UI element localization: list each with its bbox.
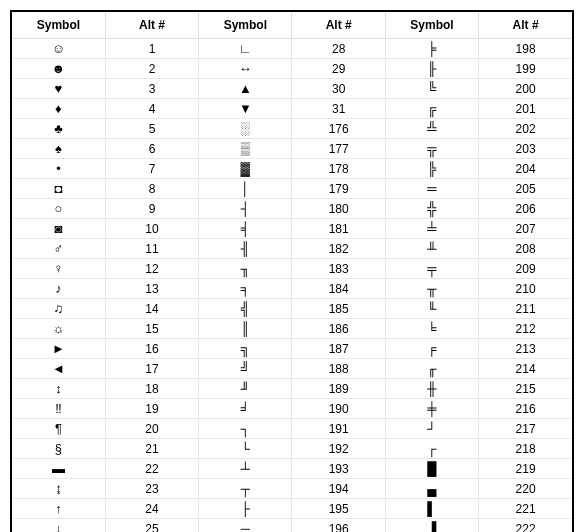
symbol-cell: ┐ [199,419,292,439]
header-symbol-1: Symbol [12,12,105,39]
alt-cell: 191 [292,419,385,439]
alt-cell: 186 [292,319,385,339]
symbol-cell: ╟ [385,59,478,79]
symbol-cell: │ [199,179,292,199]
alt-cell: 216 [479,399,572,419]
symbol-cell: ↓ [12,519,105,533]
symbol-cell: ↨ [12,479,105,499]
alt-cell: 202 [479,119,572,139]
symbol-cell: ╖ [199,259,292,279]
symbol-cell: └ [199,439,292,459]
alt-cell: 176 [292,119,385,139]
alt-cell: 24 [105,499,198,519]
symbol-cell: ♣ [12,119,105,139]
table-row: ‼19╛190╪216 [12,399,572,419]
symbol-cell: ↕ [12,379,105,399]
alt-cell: 31 [292,99,385,119]
table-row: ¶20┐191┘217 [12,419,572,439]
table-row: ♂11╢182╨208 [12,239,572,259]
header-alt-1: Alt # [105,12,198,39]
symbol-cell: ↔ [199,59,292,79]
symbol-cell: ▒ [199,139,292,159]
alt-cell: 20 [105,419,198,439]
alt-cell: 220 [479,479,572,499]
table-row: ♦4▼31╔201 [12,99,572,119]
alt-cell: 18 [105,379,198,399]
symbol-cell: ╩ [385,119,478,139]
alt-cell: 25 [105,519,198,533]
symbol-cell: ○ [12,199,105,219]
symbol-cell: ▓ [199,159,292,179]
symbol-cell: § [12,439,105,459]
alt-cell: 15 [105,319,198,339]
table-row: •7▓178╠204 [12,159,572,179]
table-row: ☻2↔29╟199 [12,59,572,79]
symbol-cell: █ [385,459,478,479]
symbol-cell: ╒ [385,339,478,359]
alt-cell: 209 [479,259,572,279]
table-row: ►16╗187╒213 [12,339,572,359]
symbol-cell: ┴ [199,459,292,479]
header-symbol-2: Symbol [199,12,292,39]
alt-cell: 190 [292,399,385,419]
table-row: ☼15║186╘212 [12,319,572,339]
alt-cell: 178 [292,159,385,179]
alt-cell: 17 [105,359,198,379]
symbol-cell: ╣ [199,299,292,319]
alt-cell: 181 [292,219,385,239]
symbol-cell: ╤ [385,259,478,279]
table-row: ♫14╣185╙211 [12,299,572,319]
symbol-cell: ░ [199,119,292,139]
alt-cell: 214 [479,359,572,379]
symbol-cell: ♦ [12,99,105,119]
symbol-cell: ♪ [12,279,105,299]
symbol-cell: ▌ [385,499,478,519]
symbol-cell: ▬ [12,459,105,479]
alt-cell: 29 [292,59,385,79]
symbol-cell: ╗ [199,339,292,359]
alt-cell: 218 [479,439,572,459]
alt-cell: 182 [292,239,385,259]
symbol-cell: ┌ [385,439,478,459]
symbol-cell: ╪ [385,399,478,419]
alt-cell: 9 [105,199,198,219]
alt-cell: 211 [479,299,572,319]
symbol-cell: ☼ [12,319,105,339]
alt-cell: 8 [105,179,198,199]
table-body: ☺1∟28╞198☻2↔29╟199♥3▲30╚200♦4▼31╔201♣5░1… [12,39,572,533]
symbol-cell: ╝ [199,359,292,379]
alt-cell: 12 [105,259,198,279]
symbol-cell: ═ [385,179,478,199]
symbol-cell: ► [12,339,105,359]
alt-cell: 3 [105,79,198,99]
symbol-cell: ∟ [199,39,292,59]
symbol-cell: ├ [199,499,292,519]
symbol-cell: ╠ [385,159,478,179]
symbol-cell: ◙ [12,219,105,239]
symbol-cell: ╕ [199,279,292,299]
alt-cell: 213 [479,339,572,359]
alt-cell: 1 [105,39,198,59]
alt-cell: 19 [105,399,198,419]
symbol-cell: ♂ [12,239,105,259]
symbol-cell: ↑ [12,499,105,519]
alt-cell: 204 [479,159,572,179]
table-row: ◘8│179═205 [12,179,572,199]
alt-cell: 206 [479,199,572,219]
alt-cell: 217 [479,419,572,439]
alt-cell: 183 [292,259,385,279]
table-row: ↕18╜189╫215 [12,379,572,399]
table-row: ◄17╝188╓214 [12,359,572,379]
table-row: ☺1∟28╞198 [12,39,572,59]
header-symbol-3: Symbol [385,12,478,39]
symbol-cell: ▐ [385,519,478,533]
symbol-cell: ╞ [385,39,478,59]
alt-cell: 219 [479,459,572,479]
table-row: ♀12╖183╤209 [12,259,572,279]
symbol-cell: ─ [199,519,292,533]
table-row: ♠6▒177╦203 [12,139,572,159]
table-row: ○9┤180╬206 [12,199,572,219]
symbol-cell: ╛ [199,399,292,419]
alt-cell: 207 [479,219,572,239]
table-row: ↓25─196▐222 [12,519,572,533]
